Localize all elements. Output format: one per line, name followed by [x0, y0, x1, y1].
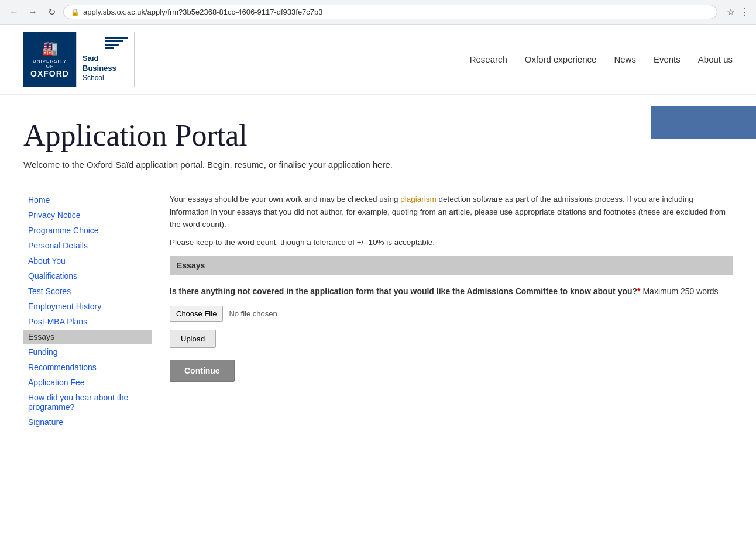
browser-chrome: ← → ↻ 🔒 apply.sbs.ox.ac.uk/apply/frm?3b5… — [0, 0, 756, 25]
forward-button[interactable]: → — [26, 5, 40, 19]
sidebar-item-application-fee[interactable]: Application Fee — [23, 375, 152, 389]
site-header: 🏭 UNIVERSITY OF OXFORD Saïd Business Sch… — [0, 25, 756, 95]
said-name-label: Saïd — [83, 54, 98, 64]
url-text: apply.sbs.ox.ac.uk/apply/frm?3b5e2368-81… — [83, 8, 323, 16]
sidebar-item-funding[interactable]: Funding — [23, 345, 152, 359]
info-paragraph: Your essays should be your own work and … — [170, 193, 733, 231]
sidebar-item-qualifications[interactable]: Qualifications — [23, 269, 152, 283]
said-stripes-icon — [105, 37, 128, 49]
word-count-note: Please keep to the word count, though a … — [170, 238, 733, 247]
bookmark-icon[interactable]: ☆ — [727, 6, 735, 18]
sidebar-item-post-mba-plans[interactable]: Post-MBA Plans — [23, 315, 152, 329]
sidebar-item-recommendations[interactable]: Recommendations — [23, 360, 152, 374]
logo-area: 🏭 UNIVERSITY OF OXFORD Saïd Business Sch… — [23, 32, 135, 87]
site-nav: Research Oxford experience News Events A… — [470, 54, 733, 64]
max-words-label: Maximum 250 words — [642, 286, 718, 296]
sidebar-item-home[interactable]: Home — [23, 193, 152, 207]
sidebar-item-test-scores[interactable]: Test Scores — [23, 284, 152, 298]
page-title: Application Portal — [23, 118, 733, 153]
sidebar-item-about-you[interactable]: About You — [23, 254, 152, 268]
sidebar-item-signature[interactable]: Signature — [23, 415, 152, 429]
oxford-logo: 🏭 UNIVERSITY OF OXFORD — [23, 32, 76, 87]
sidebar-item-essays[interactable]: Essays — [23, 330, 152, 344]
upload-button[interactable]: Upload — [170, 330, 216, 348]
back-button[interactable]: ← — [7, 5, 21, 19]
nav-about-us[interactable]: About us — [698, 54, 733, 64]
said-business-label: Business — [83, 64, 116, 74]
file-input-row: Choose File No file chosen — [170, 306, 733, 322]
essay-question: Is there anything not covered in the app… — [170, 285, 733, 298]
essay-question-text: Is there anything not covered in the app… — [170, 286, 637, 296]
plagiarism-link[interactable]: plagiarism — [400, 195, 437, 203]
main-content: Home Privacy Notice Programme Choice Per… — [0, 181, 756, 454]
oxford-name: OXFORD — [30, 69, 69, 78]
section-header-label: Essays — [177, 261, 205, 270]
choose-file-button[interactable]: Choose File — [170, 306, 223, 322]
said-school-label: School — [83, 74, 104, 82]
nav-events[interactable]: Events — [654, 54, 681, 64]
required-star: * — [637, 286, 640, 296]
sidebar-item-how-did-you-hear[interactable]: How did you hear about the programme? — [23, 391, 152, 414]
refresh-button[interactable]: ↻ — [44, 5, 59, 19]
university-of-label: UNIVERSITY OF — [28, 58, 71, 69]
sidebar-item-personal-details[interactable]: Personal Details — [23, 239, 152, 253]
nav-research[interactable]: Research — [470, 54, 507, 64]
no-file-chosen-text: No file chosen — [229, 309, 277, 318]
nav-news[interactable]: News — [614, 54, 636, 64]
essays-section-header: Essays — [170, 256, 733, 275]
info-text-before: Your essays should be your own work and … — [170, 195, 400, 203]
address-bar[interactable]: 🔒 apply.sbs.ox.ac.uk/apply/frm?3b5e2368-… — [63, 5, 717, 19]
page-subtitle: Welcome to the Oxford Saïd application p… — [23, 160, 733, 170]
hero-section: Application Portal Welcome to the Oxford… — [0, 95, 756, 181]
menu-icon[interactable]: ⋮ — [740, 6, 749, 18]
sidebar-item-programme-choice[interactable]: Programme Choice — [23, 223, 152, 237]
content-area: Your essays should be your own work and … — [170, 193, 733, 430]
blue-accent-block — [651, 106, 756, 139]
sidebar-item-privacy-notice[interactable]: Privacy Notice — [23, 208, 152, 222]
sidebar-nav: Home Privacy Notice Programme Choice Per… — [23, 193, 152, 430]
continue-button[interactable]: Continue — [170, 360, 235, 382]
nav-oxford-experience[interactable]: Oxford experience — [525, 54, 597, 64]
sidebar-item-employment-history[interactable]: Employment History — [23, 299, 152, 313]
said-logo: Saïd Business School — [76, 32, 135, 87]
lock-icon: 🔒 — [71, 8, 80, 16]
oxford-crest-icon: 🏭 — [42, 41, 58, 56]
